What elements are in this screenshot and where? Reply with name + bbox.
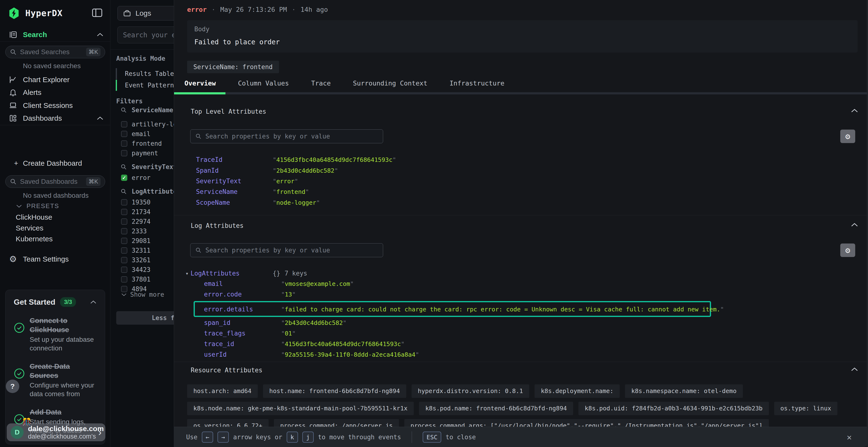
checkbox-icon[interactable]: [121, 267, 127, 273]
resource-chip[interactable]: k8s.node.name: gke-pme-k8s-standard-main…: [187, 402, 414, 415]
top-level-settings-button[interactable]: ⚙: [840, 130, 855, 143]
sidebar-collapse-icon[interactable]: [92, 8, 102, 18]
filter-option[interactable]: email: [121, 129, 151, 139]
saved-dashboards-search[interactable]: ⌘K: [5, 175, 105, 188]
resource-chip[interactable]: k8s.deployment.name:: [534, 384, 620, 398]
checkbox-icon[interactable]: [121, 218, 127, 225]
resource-chip[interactable]: k8s.pod.name: frontend-6b6c8d7bfd-ng894: [419, 402, 573, 415]
checkbox-icon[interactable]: [121, 209, 127, 215]
presets-toggle[interactable]: PRESETS: [16, 202, 59, 210]
filter-option[interactable]: 21734: [121, 207, 151, 217]
tab-overview[interactable]: Overview: [184, 79, 216, 87]
attribute-key[interactable]: error.code: [204, 291, 242, 298]
attribute-key[interactable]: ScopeName: [196, 199, 230, 206]
checkbox-icon[interactable]: [121, 140, 127, 147]
tabs-underline-track: [174, 92, 868, 94]
tree-expand-icon[interactable]: ▾: [185, 271, 189, 276]
collapse-section-icon[interactable]: [850, 222, 858, 227]
attribute-key[interactable]: email: [204, 280, 223, 287]
checkbox-icon[interactable]: [121, 121, 127, 128]
create-dashboard-button[interactable]: + Create Dashboard: [0, 157, 111, 170]
filter-group-servicename[interactable]: ServiceName: [121, 106, 173, 114]
attribute-key[interactable]: error.details: [204, 306, 253, 313]
show-more-button[interactable]: Show more: [121, 291, 164, 298]
attribute-key[interactable]: userId: [204, 351, 227, 358]
tab-trace[interactable]: Trace: [311, 79, 331, 87]
logattributes-tree-root[interactable]: ▾ LogAttributes: [185, 268, 240, 279]
filter-option[interactable]: payment: [121, 148, 158, 158]
top-level-search-input[interactable]: [206, 133, 378, 140]
source-select[interactable]: Logs: [117, 6, 174, 21]
filter-group-logattributes[interactable]: LogAttributes: [121, 188, 174, 195]
close-icon[interactable]: ✕: [847, 432, 851, 442]
checkbox-icon[interactable]: [121, 199, 127, 205]
filter-option[interactable]: 22974: [121, 217, 151, 227]
attribute-key[interactable]: trace_id: [204, 340, 234, 347]
mode-event-patterns[interactable]: Event Patterns: [125, 80, 174, 91]
user-menu[interactable]: D dale@clickhouse.com dale@clickhouse.co…: [7, 423, 105, 441]
checkbox-icon[interactable]: [121, 276, 127, 282]
preset-kubernetes[interactable]: Kubernetes: [16, 235, 53, 243]
resource-chip[interactable]: host.arch: amd64: [187, 384, 258, 398]
collapse-section-icon[interactable]: [850, 108, 858, 113]
saved-searches-input[interactable]: [20, 48, 83, 56]
preset-clickhouse[interactable]: ClickHouse: [16, 213, 52, 221]
collapse-section-icon[interactable]: [850, 367, 858, 372]
filter-option[interactable]: 34423: [121, 265, 151, 275]
tab-infrastructure[interactable]: Infrastructure: [450, 79, 505, 87]
attribute-key[interactable]: span_id: [204, 319, 230, 326]
attribute-key[interactable]: TraceId: [196, 156, 222, 163]
checkbox-icon[interactable]: [121, 247, 127, 253]
scrollbar[interactable]: [867, 0, 868, 447]
get-started-step[interactable]: Create Data Sources Configure where your…: [14, 362, 97, 398]
attribute-key[interactable]: ServiceName: [196, 188, 238, 195]
sidebar-item-team-settings[interactable]: ⚙ Team Settings: [0, 253, 111, 265]
attribute-key[interactable]: trace_flags: [204, 330, 245, 337]
filter-option[interactable]: 33261: [121, 255, 151, 265]
log-attributes-search-input[interactable]: [206, 247, 378, 254]
filter-option[interactable]: 29081: [121, 236, 151, 246]
filter-option[interactable]: artillery-loa: [121, 119, 174, 129]
resource-chip[interactable]: k8s.pod.uid: f284fb2d-a0b3-4634-991b-e2c…: [579, 402, 769, 415]
filter-option[interactable]: 32311: [121, 246, 151, 255]
attribute-key[interactable]: SpanId: [196, 167, 219, 174]
get-started-step[interactable]: Connect to ClickHouse Set up your databa…: [14, 316, 97, 353]
attribute-key[interactable]: SeverityText: [196, 177, 241, 185]
checkbox-icon[interactable]: [121, 150, 127, 156]
checkbox-checked-icon[interactable]: ✓: [121, 175, 127, 181]
checkbox-icon[interactable]: [121, 228, 127, 234]
less-filters-button[interactable]: Less fil: [116, 311, 174, 325]
filter-option[interactable]: 37801: [121, 275, 151, 284]
brand-row[interactable]: HyperDX: [8, 7, 63, 19]
resource-chip[interactable]: k8s.namespace.name: otel-demo: [625, 384, 743, 398]
help-button[interactable]: ?: [6, 380, 19, 393]
resource-chip[interactable]: hyperdx.distro.version: 0.8.1: [411, 384, 529, 398]
sidebar-item-dashboards[interactable]: Dashboards: [0, 112, 111, 125]
filter-option[interactable]: frontend: [121, 139, 162, 148]
chevron-up-icon[interactable]: [96, 116, 104, 121]
tab-column-values[interactable]: Column Values: [238, 79, 289, 87]
log-attributes-settings-button[interactable]: ⚙: [840, 243, 855, 257]
resource-chip[interactable]: os.type: linux: [774, 402, 838, 415]
sidebar-item-chart-explorer[interactable]: Chart Explorer: [0, 73, 111, 86]
service-name-tag[interactable]: ServiceName: frontend: [187, 61, 279, 73]
resource-chip[interactable]: host.name: frontend-6b6c8d7bfd-ng894: [263, 384, 406, 398]
mode-results-table[interactable]: Results Table: [125, 68, 174, 79]
tab-surrounding-context[interactable]: Surrounding Context: [353, 79, 428, 87]
preset-services[interactable]: Services: [16, 224, 43, 232]
checkbox-icon[interactable]: [121, 257, 127, 263]
chevron-up-icon[interactable]: [96, 33, 104, 37]
filter-option[interactable]: 2333: [121, 227, 147, 236]
sidebar-item-alerts[interactable]: Alerts: [0, 86, 111, 99]
event-search-input[interactable]: [123, 31, 174, 39]
checkbox-icon[interactable]: [121, 131, 127, 137]
sidebar-item-client-sessions[interactable]: Client Sessions: [0, 99, 111, 112]
chevron-up-icon[interactable]: [90, 300, 97, 304]
saved-dashboards-input[interactable]: [20, 178, 83, 185]
filter-option[interactable]: 19350: [121, 198, 151, 207]
saved-searches-search[interactable]: ⌘K: [5, 46, 105, 58]
filter-group-severitytext[interactable]: SeverityText: [121, 163, 174, 171]
filter-option[interactable]: ✓error: [121, 173, 151, 182]
sidebar-item-search[interactable]: Search: [0, 28, 111, 41]
checkbox-icon[interactable]: [121, 238, 127, 244]
